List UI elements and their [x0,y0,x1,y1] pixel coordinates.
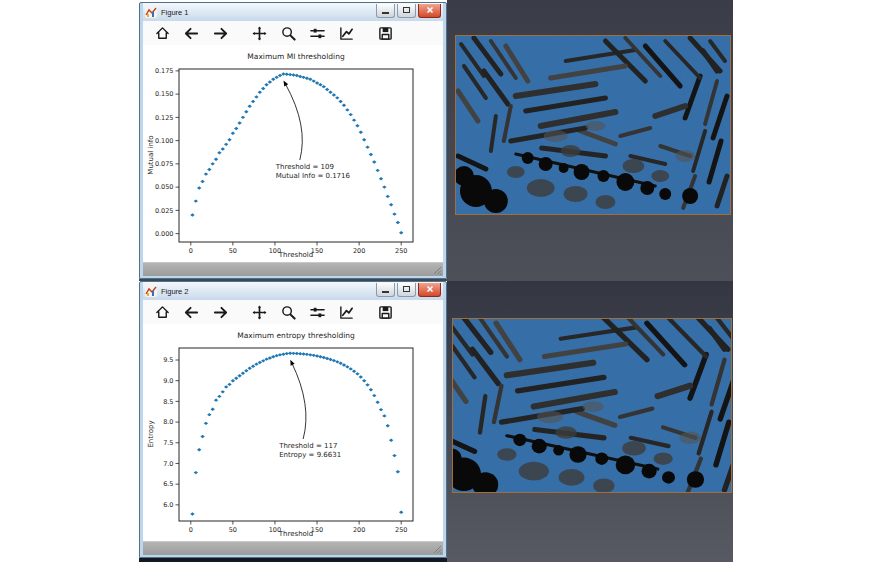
matplotlib-icon [145,6,157,18]
microstructure-image-2 [452,318,732,493]
svg-text:100: 100 [269,247,281,255]
titlebar-1[interactable]: Figure 1 [143,3,443,21]
svg-text:Entropy = 9.6631: Entropy = 9.6631 [279,451,341,459]
svg-text:50: 50 [229,526,237,534]
close-button[interactable] [418,283,441,297]
y-axis-label: Entropy [147,420,155,447]
svg-text:7.5: 7.5 [163,439,173,447]
back-button[interactable] [180,302,202,322]
titlebar-2[interactable]: Figure 2 [143,282,443,300]
line-chart-icon [339,26,354,41]
pan-button[interactable] [248,302,270,322]
svg-text:200: 200 [353,526,365,534]
forward-button[interactable] [209,23,231,43]
home-button[interactable] [151,302,173,322]
forward-arrow-icon [213,26,228,41]
edit-parameters-button[interactable] [335,302,357,322]
x-axis-label: Threshold [278,251,314,259]
x-axis-label: Threshold [278,530,314,538]
configure-subplots-button[interactable] [306,23,328,43]
svg-text:6.5: 6.5 [163,480,173,488]
plot-title: Maximum MI thresholding [247,52,345,61]
svg-text:Mutual Info = 0.1716: Mutual Info = 0.1716 [276,172,351,180]
microstructure-graphic-1 [456,36,730,214]
save-button[interactable] [374,302,396,322]
pan-icon [252,26,267,41]
svg-text:8.0: 8.0 [163,418,173,426]
minimize-button[interactable] [376,4,395,18]
svg-text:8.5: 8.5 [163,398,173,406]
minimize-button[interactable] [376,283,395,297]
matplotlib-icon [145,285,157,297]
svg-text:Threshold = 117: Threshold = 117 [278,442,337,450]
svg-text:250: 250 [395,247,407,255]
zoom-button[interactable] [277,23,299,43]
configure-subplots-button[interactable] [306,302,328,322]
home-button[interactable] [151,23,173,43]
svg-text:0.025: 0.025 [155,207,174,215]
svg-text:250: 250 [395,526,407,534]
plot-canvas-1[interactable]: Maximum MI thresholding Threshold Mutual… [143,45,443,262]
microstructure-graphic-2 [453,319,731,492]
svg-text:0.000: 0.000 [155,230,174,238]
home-icon [155,26,170,41]
close-icon [426,6,434,14]
figure-window-1: Figure 1 [139,2,447,279]
svg-text:0: 0 [189,247,193,255]
svg-text:200: 200 [353,247,365,255]
plot-2[interactable]: Maximum entropy thresholding Threshold E… [143,324,443,541]
figure-toolbar-2 [143,300,443,324]
plot-1[interactable]: Maximum MI thresholding Threshold Mutual… [143,45,443,262]
svg-text:0.125: 0.125 [155,114,174,122]
plot-title: Maximum entropy thresholding [237,331,355,340]
window-shadow-strip [139,558,447,562]
figure-toolbar-1 [143,21,443,45]
minimize-icon [382,291,389,293]
svg-text:6.0: 6.0 [163,501,173,509]
resize-grip-icon[interactable] [433,266,442,275]
microstructure-image-1 [455,35,731,215]
minimize-icon [382,12,389,14]
pan-icon [252,305,267,320]
edit-parameters-button[interactable] [335,23,357,43]
svg-text:7.0: 7.0 [163,460,173,468]
svg-text:9.5: 9.5 [163,356,173,364]
pan-button[interactable] [248,23,270,43]
plot-canvas-2[interactable]: Maximum entropy thresholding Threshold E… [143,324,443,541]
zoom-button[interactable] [277,302,299,322]
back-button[interactable] [180,23,202,43]
zoom-icon [281,26,296,41]
caption-buttons [376,283,441,297]
scatter-points [190,352,403,516]
back-arrow-icon [184,305,199,320]
maximize-button[interactable] [397,283,416,297]
sliders-icon [310,26,325,41]
maximize-button[interactable] [397,4,416,18]
home-icon [155,305,170,320]
close-button[interactable] [418,4,441,18]
window-title: Figure 1 [161,8,189,17]
svg-text:100: 100 [269,526,281,534]
forward-button[interactable] [209,302,231,322]
svg-text:0.050: 0.050 [155,183,174,191]
line-chart-icon [339,305,354,320]
svg-text:0: 0 [189,526,193,534]
svg-text:0.175: 0.175 [155,67,174,75]
save-icon [378,305,393,320]
svg-text:50: 50 [229,247,237,255]
close-icon [426,285,434,293]
back-arrow-icon [184,26,199,41]
statusbar-1 [143,262,443,276]
zoom-icon [281,305,296,320]
svg-text:0.075: 0.075 [155,160,174,168]
axes-frame [179,69,413,242]
resize-grip-icon[interactable] [433,545,442,554]
svg-text:150: 150 [311,526,323,534]
window-title: Figure 2 [161,287,189,296]
figure-window-2: Figure 2 [139,281,447,558]
maximize-icon [403,7,410,13]
scatter-points [190,72,403,234]
save-button[interactable] [374,23,396,43]
annotation: Threshold = 109Mutual Info = 0.1716 [275,81,351,180]
annotation: Threshold = 117Entropy = 9.6631 [278,360,341,459]
